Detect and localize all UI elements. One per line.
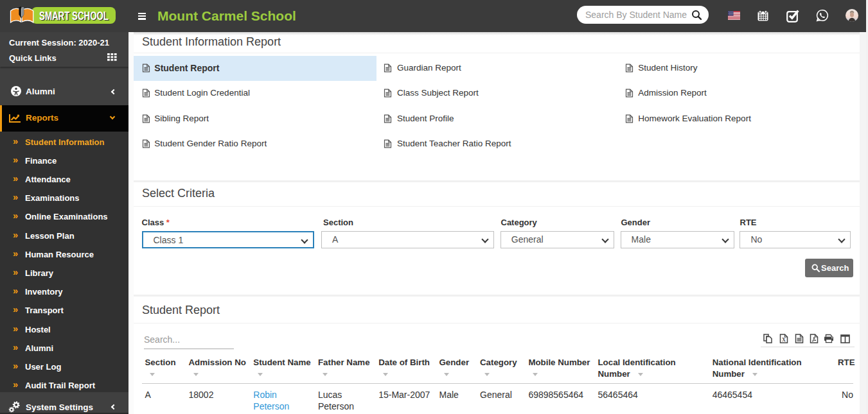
svg-text:SMART SCHOOL: SMART SCHOOL [39, 10, 109, 22]
svg-text:X: X [782, 337, 786, 343]
